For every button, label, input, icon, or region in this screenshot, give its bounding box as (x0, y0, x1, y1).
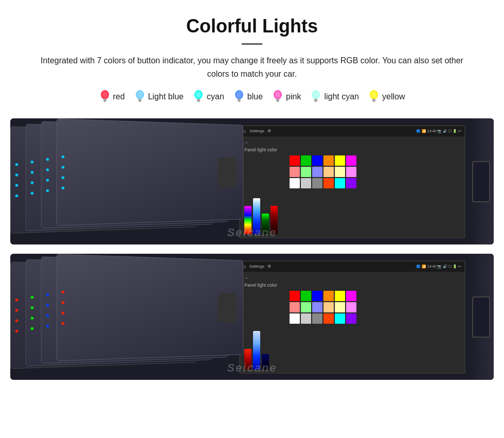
cell-2-6[interactable] (346, 291, 356, 301)
bulb-icon-pink (272, 90, 283, 104)
svg-rect-6 (138, 99, 141, 101)
cell-2-16[interactable] (323, 313, 334, 324)
unit-layer-1d (57, 119, 243, 226)
screen-2-body: ← Panel light color (240, 272, 464, 373)
bar-blue-1 (253, 198, 260, 234)
cell-1-7[interactable] (290, 167, 300, 177)
bulb-icon-red (99, 90, 111, 104)
bulb-icon-cyan (193, 90, 204, 104)
home-icon-2: ⌂ (243, 264, 246, 269)
svg-rect-10 (197, 99, 200, 101)
status-bar-2: 🔵 📶 14:40 📷 🔊 ☐ 🔋 ↩ (274, 265, 461, 269)
svg-rect-15 (238, 101, 240, 102)
color-item-pink: pink (272, 90, 301, 104)
svg-point-1 (102, 92, 107, 98)
cell-2-4[interactable] (323, 291, 334, 301)
bar-dark-1 (271, 206, 278, 234)
color-label-blue: blue (247, 92, 263, 101)
cell-2-12[interactable] (346, 302, 356, 312)
svg-rect-19 (277, 101, 279, 102)
car-unit-image-2: ⌂ Settings ⚙ 🔵 📶 14:40 📷 🔊 ☐ 🔋 ↩ ← Panel… (10, 254, 494, 380)
color-label-yellow: yellow (382, 92, 405, 101)
cell-2-7[interactable] (290, 302, 300, 312)
home-icon-1: ⌂ (243, 128, 246, 134)
cell-1-2[interactable] (301, 155, 311, 166)
page-container: Colorful Lights Integrated with 7 colors… (0, 0, 504, 400)
bar-blue-2 (253, 331, 260, 370)
cell-2-10[interactable] (323, 302, 334, 312)
cell-2-9[interactable] (312, 302, 322, 312)
cell-2-15[interactable] (312, 313, 322, 324)
cell-1-4[interactable] (323, 155, 334, 166)
cell-1-3[interactable] (312, 155, 322, 166)
cell-1-11[interactable] (335, 167, 345, 177)
cell-1-12[interactable] (346, 167, 356, 177)
svg-rect-18 (276, 99, 279, 101)
cell-1-9[interactable] (312, 167, 322, 177)
back-btn-2[interactable]: ← (244, 275, 460, 281)
color-list: red Light blue cyan (10, 90, 494, 104)
cell-1-5[interactable] (335, 155, 345, 166)
cell-2-3[interactable] (312, 291, 322, 301)
status-bar-1: 🔵 📶 14:40 📷 🔊 ☐ 🔋 ↩ (274, 129, 461, 133)
cell-2-11[interactable] (335, 302, 345, 312)
bulb-icon-blue (233, 90, 245, 104)
right-bracket-1 (468, 118, 494, 244)
back-btn-1[interactable]: ← (244, 139, 460, 145)
screen-2: ⌂ Settings ⚙ 🔵 📶 14:40 📷 🔊 ☐ 🔋 ↩ ← Panel… (239, 260, 465, 374)
bulb-icon-lightblue (134, 90, 146, 104)
vis-row-1 (244, 155, 460, 234)
cell-2-14[interactable] (301, 313, 311, 324)
settings-gear-2: ⚙ (267, 264, 271, 269)
svg-rect-11 (197, 101, 200, 102)
cell-1-15[interactable] (312, 178, 322, 188)
title-divider (242, 43, 262, 45)
svg-rect-7 (138, 101, 141, 102)
color-bars-2 (244, 291, 285, 370)
screen-1-topbar: ⌂ Settings ⚙ 🔵 📶 14:40 📷 🔊 ☐ 🔋 ↩ (240, 126, 464, 136)
cell-2-8[interactable] (301, 302, 311, 312)
cell-1-18[interactable] (346, 178, 356, 188)
bulb-icon-lightcyan (310, 90, 321, 104)
page-title: Colorful Lights (10, 15, 494, 37)
cell-1-8[interactable] (301, 167, 311, 177)
cell-1-14[interactable] (301, 178, 311, 188)
bar-red-2 (244, 349, 251, 370)
cell-1-17[interactable] (335, 178, 345, 188)
color-item-cyan: cyan (193, 90, 224, 104)
panel-label-1: Panel light color (244, 147, 460, 152)
cell-2-5[interactable] (335, 291, 345, 301)
cell-1-16[interactable] (323, 178, 334, 188)
bar-green-1 (262, 214, 269, 234)
svg-point-5 (137, 92, 142, 98)
svg-rect-27 (373, 101, 375, 102)
cell-2-1[interactable] (290, 291, 300, 301)
cell-2-18[interactable] (346, 313, 356, 324)
cell-1-6[interactable] (346, 155, 356, 166)
svg-rect-3 (103, 101, 106, 102)
description-text: Integrated with 7 colors of button indic… (31, 54, 473, 80)
color-item-lightblue: Light blue (134, 90, 184, 104)
car-unit-image-1: ⌂ Settings ⚙ 🔵 📶 14:40 📷 🔊 ☐ 🔋 ↩ ← Panel… (10, 118, 494, 244)
settings-gear-1: ⚙ (267, 129, 271, 133)
color-item-blue: blue (233, 90, 263, 104)
cell-1-13[interactable] (290, 178, 300, 188)
svg-point-21 (313, 92, 318, 98)
cell-2-2[interactable] (301, 291, 311, 301)
panels-left-2 (10, 254, 262, 380)
vis-row-2 (244, 291, 460, 370)
settings-label-1: Settings (249, 129, 264, 133)
cell-1-10[interactable] (323, 167, 334, 177)
svg-point-9 (196, 92, 201, 98)
cell-2-17[interactable] (335, 313, 345, 324)
svg-rect-2 (103, 99, 106, 101)
color-item-lightcyan: light cyan (310, 90, 359, 104)
svg-point-17 (275, 92, 280, 98)
panels-left-1 (10, 118, 262, 244)
cell-1-1[interactable] (290, 155, 300, 166)
screen-1-body: ← Panel light color (240, 136, 464, 237)
svg-rect-22 (314, 99, 317, 101)
svg-point-13 (237, 92, 242, 98)
cell-2-13[interactable] (290, 313, 300, 324)
color-label-lightcyan: light cyan (324, 92, 359, 101)
